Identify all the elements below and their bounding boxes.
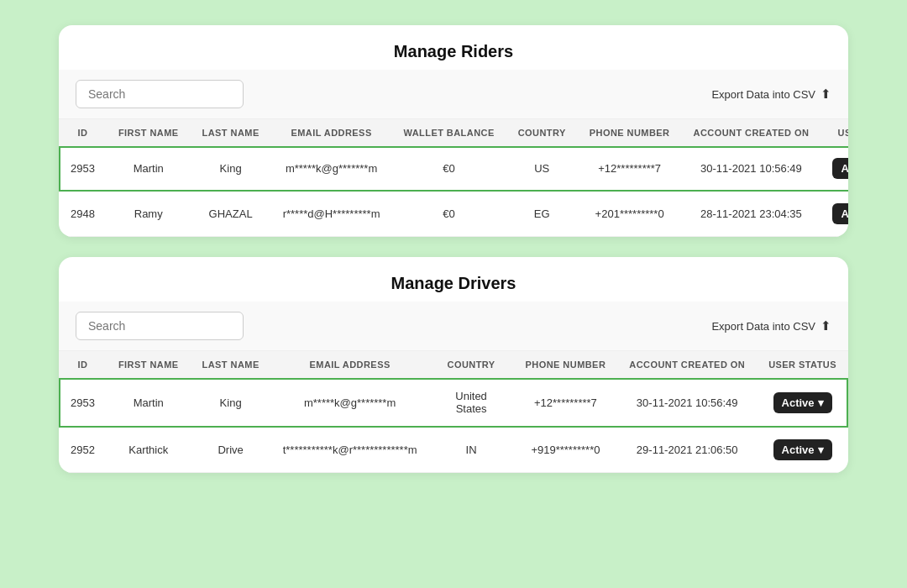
- cell-email: r*****d@H*********m: [271, 192, 392, 237]
- cell-country: IN: [429, 428, 514, 473]
- riders-search-input[interactable]: [76, 80, 244, 108]
- cell-last-name: GHAZAL: [191, 192, 271, 237]
- status-badge[interactable]: Acti: [832, 158, 848, 179]
- table-row: 2952 Karthick Drive t***********k@r*****…: [59, 428, 848, 473]
- dcol-first-name: FIRST NAME: [107, 351, 191, 378]
- cell-id: 2953: [59, 146, 107, 192]
- dcol-last-name: LAST NAME: [191, 351, 271, 378]
- cell-created: 30-11-2021 10:56:49: [682, 146, 821, 192]
- drivers-toolbar: Export Data into CSV ⬆: [59, 302, 848, 351]
- cell-country: US: [506, 146, 578, 192]
- dcol-status: USER STATUS: [757, 351, 848, 378]
- manage-riders-card: Manage Riders Export Data into CSV ⬆ ID …: [59, 25, 848, 237]
- cell-id: 2952: [59, 428, 107, 473]
- drivers-export-label: Export Data into CSV: [711, 320, 815, 333]
- riders-table-header-row: ID FIRST NAME LAST NAME EMAIL ADDRESS WA…: [59, 119, 848, 146]
- col-last-name: LAST NAME: [191, 119, 271, 146]
- drivers-table-header-row: ID FIRST NAME LAST NAME EMAIL ADDRESS CO…: [59, 351, 848, 378]
- cell-first-name: Martin: [107, 378, 191, 428]
- cell-country: United States: [429, 378, 514, 428]
- cell-email: m*****k@g*******m: [271, 378, 429, 428]
- cell-id: 2948: [59, 192, 107, 237]
- status-badge[interactable]: Acti: [832, 203, 848, 224]
- col-phone: PHONE NUMBER: [578, 119, 682, 146]
- cell-last-name: King: [191, 378, 271, 428]
- export-icon-2: ⬆: [820, 318, 831, 333]
- drivers-search-input[interactable]: [76, 312, 244, 340]
- dropdown-icon: ▾: [818, 396, 824, 409]
- cell-first-name: Martin: [107, 146, 191, 192]
- riders-export-label: Export Data into CSV: [711, 88, 815, 101]
- cell-id: 2953: [59, 378, 107, 428]
- cell-first-name: Ramy: [107, 192, 191, 237]
- dcol-email: EMAIL ADDRESS: [271, 351, 429, 378]
- riders-toolbar: Export Data into CSV ⬆: [59, 70, 848, 119]
- cell-status: Active ▾: [757, 378, 848, 428]
- dcol-id: ID: [59, 351, 107, 378]
- cell-phone: +919*********0: [514, 428, 618, 473]
- cell-status: Acti: [820, 192, 848, 237]
- cell-status: Active ▾: [757, 428, 848, 473]
- riders-title: Manage Riders: [59, 25, 848, 70]
- cell-phone: +12*********7: [578, 146, 682, 192]
- col-country: COUNTRY: [506, 119, 578, 146]
- col-wallet: WALLET BALANCE: [391, 119, 506, 146]
- cell-wallet: €0: [391, 192, 506, 237]
- dcol-country: COUNTRY: [429, 351, 514, 378]
- export-icon: ⬆: [820, 87, 831, 102]
- riders-table-body: 2953 Martin King m*****k@g*******m €0 US…: [59, 146, 848, 237]
- col-first-name: FIRST NAME: [107, 119, 191, 146]
- table-row: 2953 Martin King m*****k@g*******m Unite…: [59, 378, 848, 428]
- dcol-phone: PHONE NUMBER: [514, 351, 618, 378]
- col-id: ID: [59, 119, 107, 146]
- table-row: 2953 Martin King m*****k@g*******m €0 US…: [59, 146, 848, 192]
- riders-table: ID FIRST NAME LAST NAME EMAIL ADDRESS WA…: [59, 119, 848, 237]
- cell-created: 30-11-2021 10:56:49: [617, 378, 757, 428]
- cell-wallet: €0: [391, 146, 506, 192]
- cell-phone: +12*********7: [514, 378, 618, 428]
- status-badge[interactable]: Active ▾: [773, 439, 832, 460]
- cell-created: 28-11-2021 23:04:35: [682, 192, 821, 237]
- col-created: ACCOUNT CREATED ON: [682, 119, 821, 146]
- col-user: USER: [820, 119, 848, 146]
- cell-phone: +201*********0: [578, 192, 682, 237]
- drivers-title: Manage Drivers: [59, 257, 848, 302]
- table-row: 2948 Ramy GHAZAL r*****d@H*********m €0 …: [59, 192, 848, 237]
- status-badge[interactable]: Active ▾: [773, 392, 832, 413]
- dropdown-icon: ▾: [818, 444, 824, 456]
- cell-last-name: King: [191, 146, 271, 192]
- drivers-table-body: 2953 Martin King m*****k@g*******m Unite…: [59, 378, 848, 473]
- drivers-table: ID FIRST NAME LAST NAME EMAIL ADDRESS CO…: [59, 351, 848, 473]
- cell-email: m*****k@g*******m: [271, 146, 392, 192]
- col-email: EMAIL ADDRESS: [271, 119, 392, 146]
- cell-country: EG: [506, 192, 578, 237]
- riders-export-button[interactable]: Export Data into CSV ⬆: [711, 87, 831, 102]
- dcol-created: ACCOUNT CREATED ON: [617, 351, 757, 378]
- cell-first-name: Karthick: [107, 428, 191, 473]
- cell-status: Acti: [820, 146, 848, 192]
- cell-created: 29-11-2021 21:06:50: [617, 428, 757, 473]
- drivers-export-button[interactable]: Export Data into CSV ⬆: [711, 318, 831, 333]
- cell-last-name: Drive: [191, 428, 271, 473]
- manage-drivers-card: Manage Drivers Export Data into CSV ⬆ ID…: [59, 257, 848, 473]
- cell-email: t***********k@r*************m: [271, 428, 429, 473]
